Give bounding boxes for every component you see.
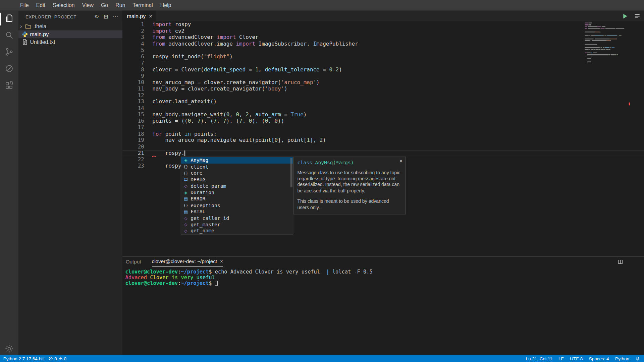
suggestion-client[interactable]: {}client xyxy=(181,164,293,170)
suggest-scrollbar[interactable] xyxy=(290,158,292,187)
code-line-13[interactable]: 13clover.land_atexit() xyxy=(122,99,644,105)
menu-item-help[interactable]: Help xyxy=(157,0,175,11)
menu-item-go[interactable]: Go xyxy=(97,0,112,11)
file-tree: ›.theiamain.pyUntitled.txt xyxy=(18,22,122,46)
code-line-2[interactable]: 2import cv2 xyxy=(122,28,644,34)
code-line-1[interactable]: 1import rospy xyxy=(122,21,644,28)
suggestion-core[interactable]: {}core xyxy=(181,170,293,176)
line-number: 10 xyxy=(122,79,144,85)
code-line-11[interactable]: 11nav_body = clover.create_navigator('bo… xyxy=(122,85,644,92)
suggest-list: ◈AnyMsg{}client{}core▤DEBUG◇delete_param… xyxy=(181,157,293,234)
line-number: 18 xyxy=(122,131,144,137)
code-line-18[interactable]: 18for point in points: xyxy=(122,131,644,137)
tab-main.py[interactable]: main.py× xyxy=(122,11,156,21)
suggestion-label: core xyxy=(191,170,202,176)
line-number: 5 xyxy=(122,47,144,53)
line-number: 11 xyxy=(122,85,144,92)
status-notifications[interactable] xyxy=(635,356,640,361)
status-indentation[interactable]: Spaces: 4 xyxy=(589,356,609,361)
status-problems[interactable]: 00 xyxy=(49,356,66,361)
collapse-all-icon[interactable]: ⊟ xyxy=(104,14,108,19)
suggestion-get_name[interactable]: ◇get_name xyxy=(181,228,293,234)
suggestion-DEBUG[interactable]: ▤DEBUG xyxy=(181,176,293,183)
gear-icon xyxy=(4,344,14,355)
code-line-15[interactable]: 15nav_body.navigate_wait(0, 0, 2, auto_a… xyxy=(122,111,644,118)
class-icon: ◈ xyxy=(183,158,189,162)
close-icon[interactable]: × xyxy=(149,13,152,19)
status-language[interactable]: Python xyxy=(615,356,629,361)
layout-icon[interactable] xyxy=(634,12,641,19)
suggestion-label: ERROR xyxy=(191,196,205,202)
terminal-content[interactable]: clover@clover-dev:~/project$ echo Advace… xyxy=(125,269,372,286)
code-line-9[interactable]: 9 xyxy=(122,73,644,79)
terminal-line: Advaced Clover is very useful xyxy=(125,275,372,280)
code-line-21[interactable]: 21 rospy. xyxy=(122,150,644,156)
status-cursor-position[interactable]: Ln 21, Col 11 xyxy=(526,356,552,361)
code-text: nav_body.navigate_wait(0, 0, 2, auto_arm… xyxy=(152,111,307,118)
suggestion-exceptions[interactable]: {}exceptions xyxy=(181,202,293,208)
close-icon[interactable]: × xyxy=(399,158,402,164)
function-icon: ◇ xyxy=(183,229,189,233)
tab-label: main.py xyxy=(127,13,146,19)
code-line-17[interactable]: 17 xyxy=(122,124,644,131)
status-left: Python 2.7.17 64-bit00 xyxy=(3,356,66,361)
status-encoding[interactable]: UTF-8 xyxy=(570,356,583,361)
terminal-cursor xyxy=(215,281,218,286)
tree-item--theia[interactable]: ›.theia xyxy=(18,22,122,30)
refresh-icon[interactable]: ↻ xyxy=(95,14,99,19)
activity-debug[interactable] xyxy=(0,61,18,78)
code-line-8[interactable]: 8clover = Clover(default_speed = 1, defa… xyxy=(122,66,644,73)
tree-item-untitled-txt[interactable]: Untitled.txt xyxy=(18,38,122,46)
code-line-14[interactable]: 14 xyxy=(122,105,644,111)
code-text: from advancedClover.image import ImageSu… xyxy=(152,41,358,47)
files-icon xyxy=(4,13,14,24)
minimap[interactable] xyxy=(585,22,631,63)
menu-item-terminal[interactable]: Terminal xyxy=(129,0,156,11)
debug-icon xyxy=(4,64,14,75)
activity-source-control[interactable] xyxy=(0,44,18,61)
suggestion-AnyMsg[interactable]: ◈AnyMsg xyxy=(181,157,293,163)
code-line-3[interactable]: 3from advancedClover import Clover xyxy=(122,34,644,41)
code-line-6[interactable]: 6rospy.init_node("flight") xyxy=(122,54,644,60)
status-python-version[interactable]: Python 2.7.17 64-bit xyxy=(3,356,44,361)
code-line-12[interactable]: 12 xyxy=(122,92,644,99)
menu-item-file[interactable]: File xyxy=(16,0,33,11)
run-icon[interactable] xyxy=(622,12,629,19)
activity-extensions[interactable] xyxy=(0,78,18,95)
menu-item-selection[interactable]: Selection xyxy=(49,0,78,11)
suggestion-FATAL[interactable]: ▤FATAL xyxy=(181,208,293,215)
line-number: 22 xyxy=(122,157,144,163)
suggestion-Duration[interactable]: ◈Duration xyxy=(181,189,293,195)
menu-item-view[interactable]: View xyxy=(78,0,97,11)
suggestion-ERROR[interactable]: ▤ERROR xyxy=(181,196,293,202)
warning-icon xyxy=(58,356,62,361)
close-icon[interactable]: × xyxy=(220,257,223,266)
status-eol[interactable]: LF xyxy=(558,356,564,361)
code-text: import cv2 xyxy=(152,28,184,34)
menu-item-edit[interactable]: Edit xyxy=(33,0,49,11)
code-line-7[interactable]: 7 xyxy=(122,60,644,66)
suggestion-get_master[interactable]: ◇get_master xyxy=(181,221,293,228)
line-number: 12 xyxy=(122,92,144,99)
maximize-panel-icon[interactable] xyxy=(617,259,623,265)
ellipsis-icon[interactable]: ⋯ xyxy=(113,14,118,19)
code-line-4[interactable]: 4from advancedClover.image import ImageS… xyxy=(122,41,644,47)
status-bar: Python 2.7.17 64-bit00 Ln 21, Col 11LFUT… xyxy=(0,355,644,362)
activity-search[interactable] xyxy=(0,27,18,44)
code-line-19[interactable]: 19 nav_aruco_map.navigate_wait(point[0],… xyxy=(122,137,644,143)
menu-item-run[interactable]: Run xyxy=(112,0,129,11)
code-line-5[interactable]: 5 xyxy=(122,47,644,53)
suggestion-get_caller_id[interactable]: ◇get_caller_id xyxy=(181,215,293,221)
line-number: 3 xyxy=(122,34,144,41)
docs-signature-name: AnyMsg(*args) xyxy=(315,160,354,166)
panel-tab-output[interactable]: Output xyxy=(126,257,141,267)
activity-explorer[interactable] xyxy=(0,11,18,27)
code-line-20[interactable]: 20 xyxy=(122,143,644,150)
code-line-10[interactable]: 10nav_aruco_map = clover.create_navigato… xyxy=(122,79,644,85)
suggestion-label: client xyxy=(191,164,208,170)
code-line-16[interactable]: 16points = ((0, 7), (7, 7), (7, 0), (0, … xyxy=(122,118,644,124)
suggestion-delete_param[interactable]: ◇delete_param xyxy=(181,183,293,189)
panel-tab-terminal[interactable]: clover@clover-dev: ~/project× xyxy=(152,257,223,267)
tree-item-main-py[interactable]: main.py xyxy=(18,31,122,38)
editor-actions xyxy=(622,11,641,21)
